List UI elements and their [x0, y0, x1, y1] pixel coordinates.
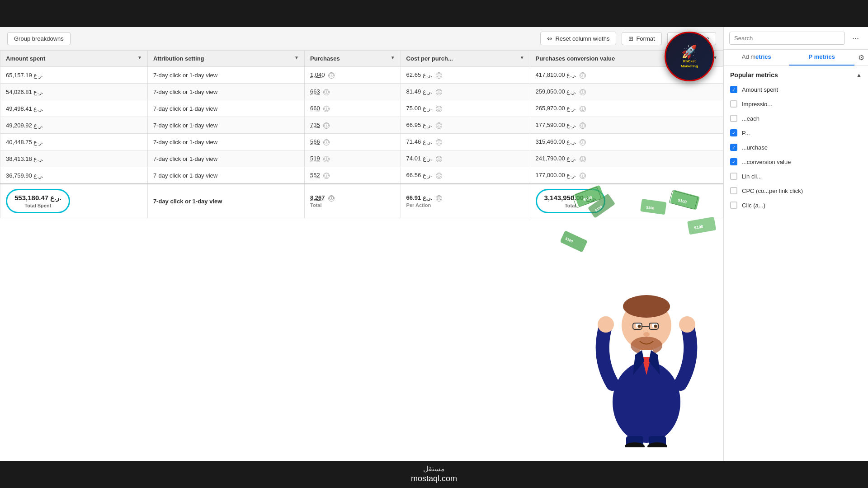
row-purchases-info-3[interactable]: ⓘ [323, 122, 330, 129]
cell-conv-1: 259,050.00 ر.ع. ⓘ [530, 84, 723, 100]
row-purchases-info-2[interactable]: ⓘ [323, 106, 330, 112]
row-cost-info-6[interactable]: ⓘ [436, 173, 442, 179]
total-conv-cell: 3,143,950.00 ر.ع. Total [530, 184, 723, 218]
total-amount-cell: 553,180.47 ر.ع. Total Spent [0, 184, 148, 218]
total-purchases-cell: 8,267 ⓘ Total [305, 184, 401, 218]
row-conv-info-1[interactable]: ⓘ [580, 89, 586, 95]
cell-purchases-0: 1,040 ⓘ [305, 67, 401, 84]
metric-item-6[interactable]: Lin cli... [724, 169, 868, 183]
purchases-dropdown-arrow[interactable]: ▼ [391, 55, 395, 60]
metric-label-8: Clic (a...) [742, 202, 765, 209]
format-button[interactable]: ⊞ Format [622, 32, 661, 45]
cell-cost-4: 71.46 ر.ع. ⓘ [401, 134, 530, 150]
col-header-attribution[interactable]: Attribution setting ▼ [147, 51, 304, 67]
sidebar-search-input[interactable] [729, 32, 845, 45]
row-purchases-info-4[interactable]: ⓘ [323, 139, 330, 145]
metric-checkbox-5[interactable] [730, 158, 737, 165]
metric-item-4[interactable]: ...urchase [724, 140, 868, 155]
reset-columns-icon: ⇔ [547, 35, 552, 42]
row-cost-info-2[interactable]: ⓘ [436, 106, 442, 112]
table-row: 49,209.92 ر.ع. 7-day click or 1-day view… [0, 117, 723, 134]
row-conv-info-6[interactable]: ⓘ [580, 173, 586, 179]
cell-attribution-6: 7-day click or 1-day view [147, 167, 304, 184]
cost-total-info[interactable]: ⓘ [436, 195, 442, 202]
col-header-amount[interactable]: Amount spent ▼ [0, 51, 148, 67]
bottom-logo: مستقل mostaql.com [411, 465, 457, 484]
sidebar-top: ··· [724, 27, 868, 50]
amount-dropdown-arrow[interactable]: ▼ [137, 55, 142, 60]
table-row: 36,759.90 ر.ع. 7-day click or 1-day view… [0, 167, 723, 184]
metric-label-3: P... [742, 130, 750, 136]
metric-item-2[interactable]: ...each [724, 111, 868, 126]
metric-item-0[interactable]: Amount spent [724, 82, 868, 97]
reset-column-widths-button[interactable]: ⇔ Reset column widths [540, 32, 616, 45]
chevron-up-icon[interactable]: ▲ [856, 72, 862, 78]
row-conv-info-4[interactable]: ⓘ [580, 139, 586, 145]
cell-cost-0: 62.65 ر.ع. ⓘ [401, 67, 530, 84]
col-header-cost[interactable]: Cost per purch... ▼ [401, 51, 530, 67]
sidebar-filter-button[interactable]: ⚙ [854, 50, 868, 66]
col-header-purchases[interactable]: Purchases ▼ [305, 51, 401, 67]
row-conv-info-5[interactable]: ⓘ [580, 156, 586, 162]
cell-amount-3: 49,209.92 ر.ع. [0, 117, 148, 134]
metric-checkbox-1[interactable] [730, 100, 737, 108]
attribution-dropdown-arrow[interactable]: ▼ [294, 55, 299, 60]
row-cost-info-4[interactable]: ⓘ [436, 139, 442, 145]
metric-item-5[interactable]: ...conversion value [724, 155, 868, 169]
logo-circle: 🚀 RoCket Marketing [665, 32, 714, 81]
format-icon: ⊞ [628, 35, 633, 42]
total-conv-badge: 3,143,950.00 ر.ع. Total [536, 189, 605, 213]
row-purchases-info-5[interactable]: ⓘ [323, 156, 330, 162]
row-purchases-info-1[interactable]: ⓘ [323, 89, 330, 95]
metric-label-5: ...conversion value [742, 159, 791, 165]
tab-popular-metrics[interactable]: P metrics [789, 50, 855, 66]
cell-amount-2: 49,498.41 ر.ع. [0, 100, 148, 117]
metric-checkbox-3[interactable] [730, 129, 737, 136]
metric-label-4: ...urchase [742, 144, 768, 151]
bottom-bar: مستقل mostaql.com [0, 461, 868, 488]
cell-cost-3: 66.95 ر.ع. ⓘ [401, 117, 530, 134]
metric-label-0: Amount spent [742, 86, 778, 93]
row-cost-info-5[interactable]: ⓘ [436, 156, 442, 162]
cell-attribution-3: 7-day click or 1-day view [147, 117, 304, 134]
cell-purchases-6: 552 ⓘ [305, 167, 401, 184]
metric-item-7[interactable]: CPC (co...per link click) [724, 183, 868, 198]
cell-amount-1: 54,026.81 ر.ع. [0, 84, 148, 100]
right-sidebar: ··· Ad metrics P metrics ⚙ Popular metri… [723, 27, 868, 461]
toolbar: Group breakdowns ⇔ Reset column widths ⊞… [0, 27, 723, 50]
metric-item-8[interactable]: Clic (a...) [724, 198, 868, 212]
metric-label-7: CPC (co...per link click) [742, 188, 803, 194]
cost-dropdown-arrow[interactable]: ▼ [520, 55, 524, 60]
metric-checkbox-4[interactable] [730, 144, 737, 151]
row-purchases-info-6[interactable]: ⓘ [323, 173, 330, 179]
cell-cost-2: 75.00 ر.ع. ⓘ [401, 100, 530, 117]
cell-cost-5: 74.01 ر.ع. ⓘ [401, 150, 530, 167]
table-row: 40,448.75 ر.ع. 7-day click or 1-day view… [0, 134, 723, 150]
metric-checkbox-2[interactable] [730, 115, 737, 122]
metric-checkbox-6[interactable] [730, 173, 737, 180]
metric-checkbox-8[interactable] [730, 202, 737, 209]
row-cost-info-0[interactable]: ⓘ [436, 72, 442, 79]
row-conv-info-0[interactable]: ⓘ [580, 72, 586, 79]
metric-checkbox-7[interactable] [730, 187, 737, 194]
row-conv-info-3[interactable]: ⓘ [580, 122, 586, 129]
cell-cost-1: 81.49 ر.ع. ⓘ [401, 84, 530, 100]
sidebar-more-button[interactable]: ··· [849, 32, 863, 45]
row-purchases-info-0[interactable]: ⓘ [328, 72, 335, 79]
group-breakdowns-button[interactable]: Group breakdowns [7, 32, 71, 45]
cell-amount-5: 38,413.18 ر.ع. [0, 150, 148, 167]
row-cost-info-1[interactable]: ⓘ [436, 89, 442, 95]
metric-item-3[interactable]: P... [724, 126, 868, 140]
data-table: Amount spent ▼ Attribution setting ▼ [0, 50, 723, 218]
cell-attribution-4: 7-day click or 1-day view [147, 134, 304, 150]
metric-item-1[interactable]: Impressio... [724, 97, 868, 111]
cell-conv-4: 315,460.00 ر.ع. ⓘ [530, 134, 723, 150]
row-conv-info-2[interactable]: ⓘ [580, 106, 586, 112]
row-cost-info-3[interactable]: ⓘ [436, 122, 442, 129]
cell-purchases-2: 660 ⓘ [305, 100, 401, 117]
tab-ad-metrics[interactable]: Ad metrics [724, 50, 789, 66]
total-attribution-cell: 7-day click or 1-day view [147, 184, 304, 218]
table-scroll-container[interactable]: Amount spent ▼ Attribution setting ▼ [0, 50, 723, 218]
metric-checkbox-0[interactable] [730, 86, 737, 93]
purchases-total-info[interactable]: ⓘ [328, 195, 335, 202]
